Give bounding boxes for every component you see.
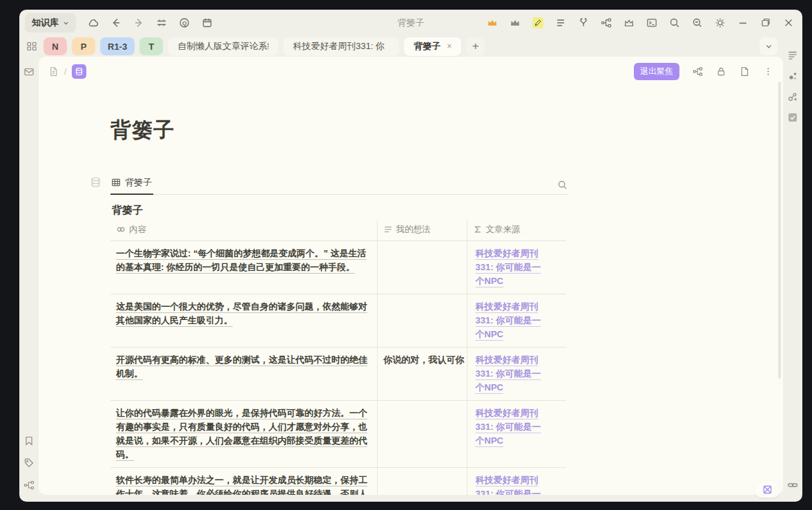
chevron-down-icon [63, 20, 69, 26]
titlebar-right-icons [475, 17, 794, 28]
table-row: 一个生物学家说过: “每个细菌的梦想都是变成两个。” 这是生活的基本真理: 你经… [110, 241, 566, 294]
back-icon[interactable] [110, 17, 122, 28]
database-view-header: 背篓子 [110, 176, 568, 195]
link-rings-icon [116, 225, 126, 234]
table-row: 软件长寿的最简单办法之一，就是让开发成员长期稳定，保持工作十年。这意味着，你必须… [110, 468, 566, 495]
pinned-tab-p[interactable]: P [72, 37, 95, 55]
cell-thought[interactable]: 你说的对，我认可你 [377, 348, 467, 401]
bookmark-icon[interactable] [23, 435, 35, 446]
cell-content[interactable]: 让你的代码暴露在外界的眼光，是保持代码可靠的好方法。一个有趣的事实是，只有质量良… [110, 401, 377, 468]
workspace-label: 知识库 [32, 17, 59, 29]
table-row: 让你的代码暴露在外界的眼光，是保持代码可靠的好方法。一个有趣的事实是，只有质量良… [110, 401, 566, 468]
search-icon[interactable] [557, 180, 568, 190]
database-block: 背篓子 背篓子 内容 我的想法 文章来源 [110, 176, 568, 495]
forward-icon[interactable] [133, 17, 144, 28]
flowchart-icon[interactable] [693, 66, 703, 77]
cell-thought[interactable] [377, 401, 467, 468]
pinned-tab-t[interactable]: T [139, 37, 163, 55]
file-icon[interactable] [740, 66, 750, 77]
lock-icon[interactable] [716, 66, 726, 77]
database-icon[interactable] [90, 176, 102, 188]
cell-content[interactable]: 软件长寿的最简单办法之一，就是让开发成员长期稳定，保持工作十年。这意味着，你必须… [110, 468, 377, 495]
text-lines-icon [383, 225, 393, 234]
column-header-source[interactable]: 文章来源 [467, 220, 566, 241]
tab-article-comment-system[interactable]: 自制懒人版文章评论系统 [168, 37, 278, 56]
graph-dots-icon[interactable] [787, 70, 798, 82]
calendar-icon[interactable] [202, 17, 213, 28]
pinned-tab-r1-3[interactable]: R1-3 [100, 37, 135, 55]
ai-frame-icon[interactable] [754, 481, 780, 498]
table-row: 开源代码有更高的标准、更多的测试，这是让代码不过时的绝佳机制。 你说的对，我认可… [110, 348, 566, 401]
tab-beilouzi-active[interactable]: 背篓子 × [404, 37, 461, 56]
dock-right [783, 40, 802, 502]
highlight-pen-icon[interactable] [532, 17, 543, 28]
cell-thought[interactable] [377, 241, 467, 294]
theme-icon[interactable] [715, 17, 726, 28]
minimize-icon[interactable] [737, 17, 748, 28]
tabbar: N P R1-3 T 自制懒人版文章评论系统 科技爱好者周刊331: 你 背篓子… [19, 36, 802, 57]
app-body: / 退出聚焦 背篓子 背篓子 [19, 57, 802, 502]
inbox-check-icon[interactable] [787, 112, 798, 123]
close-icon[interactable] [783, 17, 794, 28]
database-title[interactable]: 背篓子 [112, 204, 568, 217]
tab-tech-weekly-331[interactable]: 科技爱好者周刊331: 你 [283, 37, 399, 56]
tag-icon[interactable] [23, 457, 35, 469]
breadcrumb-separator: / [64, 67, 66, 77]
cell-source[interactable]: 科技爱好者周刊331: 你可能是一个NPC [467, 401, 566, 468]
tab-close-icon[interactable]: × [447, 41, 452, 51]
workspace-switcher[interactable]: 知识库 [25, 13, 76, 32]
cell-source[interactable]: 科技爱好者周刊331: 你可能是一个NPC [467, 241, 566, 294]
document-icon[interactable] [48, 66, 59, 77]
search-icon[interactable] [669, 17, 680, 28]
grid-table-icon [111, 178, 121, 187]
graph-icon[interactable] [23, 480, 35, 491]
titlebar: 知识库 Q 背篓子 [19, 10, 802, 36]
crown-outline-icon[interactable] [624, 17, 635, 28]
crown-gold-icon[interactable] [487, 17, 498, 28]
maximize-icon[interactable] [760, 17, 771, 28]
link-chain-icon[interactable] [787, 480, 798, 491]
cloud-sync-icon[interactable] [88, 17, 99, 28]
database-icon[interactable] [72, 64, 86, 79]
dock-left [19, 57, 39, 502]
filter-icon[interactable] [578, 17, 589, 28]
app-window: 知识库 Q 背篓子 N P R1-3 [19, 10, 802, 502]
table-header-row: 内容 我的想法 文章来源 [110, 220, 566, 241]
window-title: 背篓子 [398, 17, 425, 29]
editor-header: / 退出聚焦 [39, 57, 783, 80]
list-icon[interactable] [555, 17, 566, 28]
doc-title[interactable]: 背篓子 [110, 116, 783, 144]
cell-source[interactable]: 科技爱好者周刊331: 你可能是一个NPC [467, 348, 566, 401]
cell-content[interactable]: 这是美国的一个很大的优势，尽管自身的诸多问题，依然能够对其他国家的人民产生吸引力… [110, 294, 377, 348]
tab-layout-icon[interactable] [26, 41, 37, 52]
kebab-menu-icon[interactable] [763, 66, 773, 77]
split-view-icon[interactable] [156, 17, 167, 28]
pinned-tab-n[interactable]: N [44, 37, 67, 55]
crown-gray-icon[interactable] [510, 17, 521, 28]
svg-text:Q: Q [182, 20, 186, 26]
view-tab-table[interactable]: 背篓子 [110, 176, 153, 195]
cell-source[interactable]: 科技爱好者周刊331: 你可能是一个NPC [467, 294, 566, 348]
terminal-icon[interactable] [646, 17, 657, 28]
backlinks-icon[interactable] [787, 91, 798, 102]
column-header-thoughts[interactable]: 我的想法 [377, 220, 467, 241]
inbox-envelope-icon[interactable] [23, 66, 35, 77]
zoom-icon[interactable] [692, 17, 703, 28]
outline-icon[interactable] [787, 50, 798, 61]
q-badge-icon[interactable]: Q [179, 17, 190, 28]
tabbar-chevron-down-icon[interactable] [760, 37, 777, 55]
column-header-content[interactable]: 内容 [110, 220, 377, 241]
cell-content[interactable]: 开源代码有更高的标准、更多的测试，这是让代码不过时的绝佳机制。 [110, 348, 377, 401]
cell-thought[interactable] [377, 294, 467, 348]
cell-content[interactable]: 一个生物学家说过: “每个细菌的梦想都是变成两个。” 这是生活的基本真理: 你经… [110, 241, 377, 294]
new-tab-button[interactable]: + [466, 37, 485, 56]
scrollbar[interactable] [778, 82, 781, 379]
editor-pane: / 退出聚焦 背篓子 背篓子 [39, 57, 783, 495]
exit-focus-button[interactable]: 退出聚焦 [634, 63, 679, 80]
database-table: 内容 我的想法 文章来源 一个生物学家说过: “每个细菌的梦想都是变成两个。” … [110, 220, 566, 495]
editor-controls: 退出聚焦 [634, 63, 773, 80]
breadcrumb: / [48, 64, 86, 79]
cell-thought[interactable] [377, 468, 467, 495]
flowchart-icon[interactable] [601, 17, 612, 28]
cell-source[interactable]: 科技爱好者周刊331: 你可能是一个NPC [467, 468, 566, 495]
